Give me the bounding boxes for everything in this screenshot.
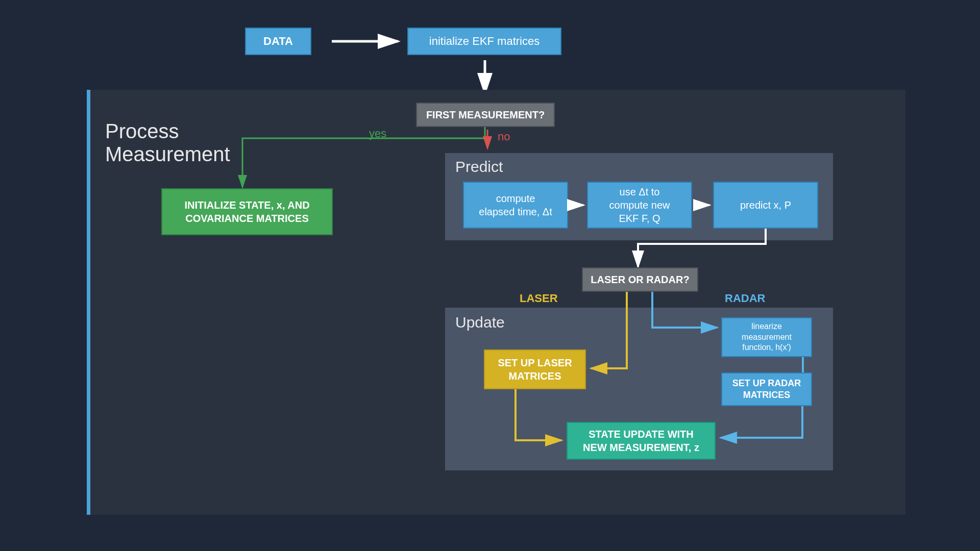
laser-label: LASER: [520, 292, 558, 305]
arrow-laser-to-update: [509, 389, 576, 450]
radar-label: RADAR: [725, 292, 765, 305]
arrow-linearize-to-setradar: [798, 357, 808, 375]
init-ekf-box: initialize EKF matrices: [407, 28, 561, 55]
arrow-radar-branch: [648, 292, 730, 343]
process-title: Process Measurement: [105, 97, 230, 166]
init-ekf-label: initialize EKF matrices: [429, 34, 540, 49]
predict-xp-box: predict x, P: [713, 182, 818, 229]
init-state-label: INITIALIZE STATE, x, AND COVARIANCE MATR…: [184, 198, 309, 225]
arrow-laser-branch: [586, 292, 637, 379]
arrow-predict-2: [692, 200, 715, 210]
predict-title: Predict: [455, 158, 503, 176]
data-box: DATA: [245, 28, 311, 55]
set-radar-box: SET UP RADAR MATRICES: [721, 372, 812, 406]
set-laser-box: SET UP LASER MATRICES: [484, 349, 586, 389]
predict-fq-box: use Δt to compute new EKF F, Q: [587, 182, 692, 229]
init-state-box: INITIALIZE STATE, x, AND COVARIANCE MATR…: [161, 188, 333, 235]
process-title-text: Process Measurement: [105, 120, 230, 165]
predict-elapsed-box: compute elapsed time, Δt: [463, 182, 568, 229]
arrow-data-to-init: [322, 36, 403, 51]
arrow-predict-1: [568, 200, 589, 210]
no-label: no: [498, 130, 510, 143]
linearize-box: linearize measurement function, h(x'): [721, 317, 812, 357]
first-measurement-box: FIRST MEASUREMENT?: [416, 103, 555, 127]
update-title: Update: [455, 314, 505, 331]
first-measurement-label: FIRST MEASUREMENT?: [426, 108, 545, 121]
data-label: DATA: [263, 34, 293, 49]
state-update-box: STATE UPDATE WITH NEW MEASUREMENT, z: [567, 422, 716, 460]
panel-accent: [87, 90, 90, 515]
laser-or-radar-box: LASER OR RADAR?: [582, 267, 698, 292]
arrow-setradar-to-update: [716, 406, 818, 452]
